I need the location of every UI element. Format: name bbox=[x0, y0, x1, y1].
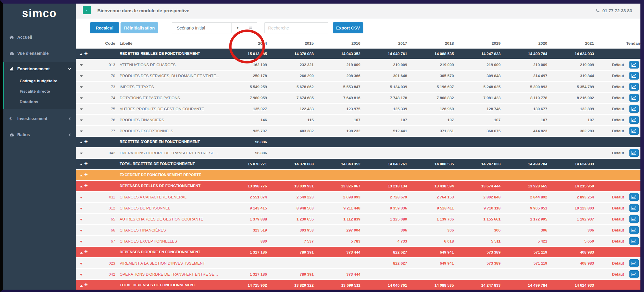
label-cell: OPERATIONS D'ORDRE DE TRANSFERT ENTRE SE… bbox=[115, 151, 220, 155]
caret-up-icon bbox=[80, 175, 83, 176]
label-cell: CHARGES FINANCIÈRES bbox=[115, 228, 220, 232]
chart-button[interactable] bbox=[629, 116, 639, 124]
row-expand-caret[interactable] bbox=[76, 129, 89, 133]
chart-button[interactable] bbox=[629, 72, 639, 80]
value-cell: 403 382 bbox=[267, 129, 314, 133]
tendance-cell[interactable]: Défaut bbox=[594, 239, 624, 243]
sidebar-item-investissement[interactable]: € Investissement bbox=[3, 112, 76, 125]
row-expand-caret[interactable] bbox=[76, 118, 89, 122]
tendance-cell[interactable]: Défaut bbox=[594, 118, 624, 122]
label-cell: PRODUITS EXCEPTIONNELS bbox=[115, 129, 220, 133]
row-expand-caret[interactable] bbox=[76, 217, 89, 221]
chart-button[interactable] bbox=[629, 259, 639, 267]
toolbar: Recalcul Réinitialisation Scénario Initi… bbox=[76, 19, 640, 38]
row-expand-caret[interactable] bbox=[76, 228, 89, 232]
value-cell: 5 421 bbox=[501, 239, 547, 243]
plus-icon: ✚ bbox=[84, 283, 88, 287]
chevron-down-icon bbox=[68, 67, 71, 70]
section-collapse-control[interactable]: ✚ bbox=[76, 51, 89, 56]
row-expand-caret[interactable] bbox=[76, 107, 89, 111]
chart-button[interactable] bbox=[629, 105, 639, 113]
column-header-libelle: Libellé bbox=[115, 41, 220, 46]
home-icon bbox=[10, 35, 15, 40]
row-expand-caret[interactable] bbox=[76, 195, 89, 199]
chart-button[interactable] bbox=[629, 149, 639, 157]
tendance-cell[interactable]: Défaut bbox=[594, 206, 624, 210]
sidebar-item-accueil[interactable]: Accueil bbox=[3, 30, 76, 44]
value-cell: 14 624 933 bbox=[547, 283, 594, 288]
row-expand-caret[interactable] bbox=[76, 63, 89, 67]
row-expand-caret[interactable] bbox=[76, 261, 89, 265]
tendance-cell[interactable]: Défaut bbox=[594, 107, 624, 111]
caret-down-icon bbox=[80, 86, 83, 88]
sidebar-item-fonctionnement[interactable]: Fonctionnement bbox=[4, 62, 76, 76]
value-cell: 2 698 993 bbox=[314, 195, 360, 199]
chart-button[interactable] bbox=[629, 83, 639, 91]
chart-button[interactable] bbox=[629, 193, 639, 201]
label-cell: TOTAL RECETTES DE FONCTIONNEMENT bbox=[115, 162, 220, 166]
tendance-cell[interactable]: Défaut bbox=[594, 63, 624, 67]
row-expand-caret[interactable] bbox=[76, 74, 89, 78]
value-cell: 13 326 067 bbox=[314, 184, 360, 188]
tendance-cell[interactable]: Défaut bbox=[594, 74, 624, 78]
tendance-cell[interactable]: Défaut bbox=[594, 217, 624, 221]
section-collapse-control[interactable]: ✚ bbox=[76, 161, 89, 166]
chart-cell bbox=[624, 226, 640, 234]
row-expand-caret[interactable] bbox=[76, 85, 89, 89]
value-cell: 132 899 bbox=[547, 107, 594, 111]
column-header-year: 2017 bbox=[360, 41, 407, 46]
value-cell: 822 627 bbox=[360, 261, 407, 265]
row-expand-caret[interactable] bbox=[76, 272, 89, 277]
chart-button[interactable] bbox=[629, 215, 639, 223]
chart-button[interactable] bbox=[629, 94, 639, 102]
row-expand-caret[interactable] bbox=[76, 151, 89, 155]
tendance-cell[interactable]: Défaut bbox=[594, 228, 624, 232]
app-logo: simco bbox=[3, 4, 76, 19]
value-cell: 1 317 186 bbox=[220, 272, 267, 277]
value-cell: 571 119 bbox=[501, 250, 547, 254]
chart-button[interactable] bbox=[629, 204, 639, 212]
section-collapse-control[interactable]: ✚ bbox=[76, 139, 89, 144]
tendance-cell[interactable]: Défaut bbox=[594, 129, 624, 133]
caret-up-icon bbox=[80, 252, 83, 254]
sidebar-active-section: Fonctionnement Cadrage budgétaire Fiscal… bbox=[3, 62, 76, 109]
back-button[interactable]: ‹ bbox=[83, 6, 91, 14]
sidebar-item-vue-densemble[interactable]: Vue d'ensemble bbox=[3, 46, 76, 60]
row-expand-caret[interactable] bbox=[76, 96, 89, 100]
section-collapse-control[interactable]: ✚ bbox=[76, 173, 89, 177]
table-row: 67CHARGES EXCEPTIONNELLES8807 5375 7834 … bbox=[76, 236, 640, 246]
sidebar-item-fiscalite-directe[interactable]: Fiscalité directe bbox=[4, 86, 76, 97]
value-cell: 298 366 bbox=[314, 74, 360, 78]
section-collapse-control[interactable]: ✚ bbox=[76, 250, 89, 254]
sidebar-item-dotations[interactable]: Dotations bbox=[4, 97, 76, 107]
tendance-cell[interactable]: Défaut bbox=[594, 151, 624, 155]
code-cell: 013 bbox=[89, 63, 115, 67]
tendance-cell[interactable]: Défaut bbox=[594, 85, 624, 89]
row-expand-caret[interactable] bbox=[76, 206, 89, 210]
sidebar-item-ratios[interactable]: Ratios bbox=[3, 128, 76, 142]
code-cell: 042 bbox=[89, 151, 115, 155]
search-input[interactable] bbox=[264, 22, 328, 33]
section-row: ✚RECETTES REELLES DE FONCTIONNEMENT15 01… bbox=[76, 49, 640, 59]
sidebar-item-cadrage-budgetaire[interactable]: Cadrage budgétaire bbox=[4, 76, 76, 86]
chart-button[interactable] bbox=[629, 270, 639, 278]
scenario-menu-button[interactable]: ≡ bbox=[244, 22, 257, 33]
chart-button[interactable] bbox=[629, 226, 639, 234]
export-csv-button[interactable]: Export CSV bbox=[333, 22, 363, 33]
caret-down-icon bbox=[80, 64, 83, 66]
tendance-cell[interactable]: Défaut bbox=[594, 261, 624, 265]
scenario-select[interactable]: Scénario Initial ▼ bbox=[172, 22, 244, 33]
row-expand-caret[interactable] bbox=[76, 239, 89, 243]
tendance-cell[interactable]: Défaut bbox=[594, 96, 624, 100]
reinitialisation-button[interactable]: Réinitialisation bbox=[121, 22, 158, 33]
value-cell: 14 088 535 bbox=[407, 283, 454, 288]
recalcul-button[interactable]: Recalcul bbox=[90, 22, 119, 33]
chart-button[interactable] bbox=[629, 127, 639, 135]
section-collapse-control[interactable]: ✚ bbox=[76, 283, 89, 288]
chart-button[interactable] bbox=[629, 61, 639, 69]
section-collapse-control[interactable]: ✚ bbox=[76, 184, 89, 188]
table-body: ✚RECETTES REELLES DE FONCTIONNEMENT15 01… bbox=[76, 49, 640, 290]
chart-button[interactable] bbox=[629, 237, 639, 245]
tendance-cell[interactable]: Défaut bbox=[594, 195, 624, 199]
tendance-cell[interactable]: Défaut bbox=[594, 272, 624, 277]
